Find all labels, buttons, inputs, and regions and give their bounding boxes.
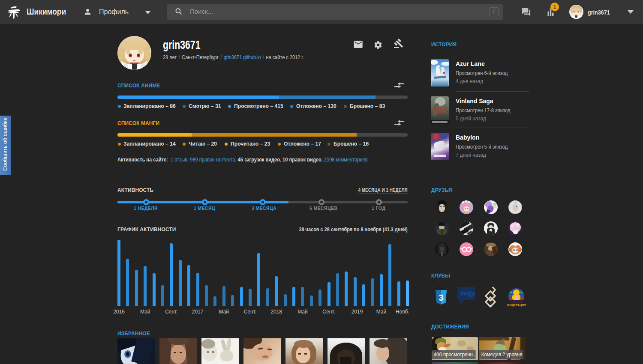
svg-text:3: 3: [439, 292, 444, 302]
svg-text:FAQs: FAQs: [460, 290, 475, 297]
